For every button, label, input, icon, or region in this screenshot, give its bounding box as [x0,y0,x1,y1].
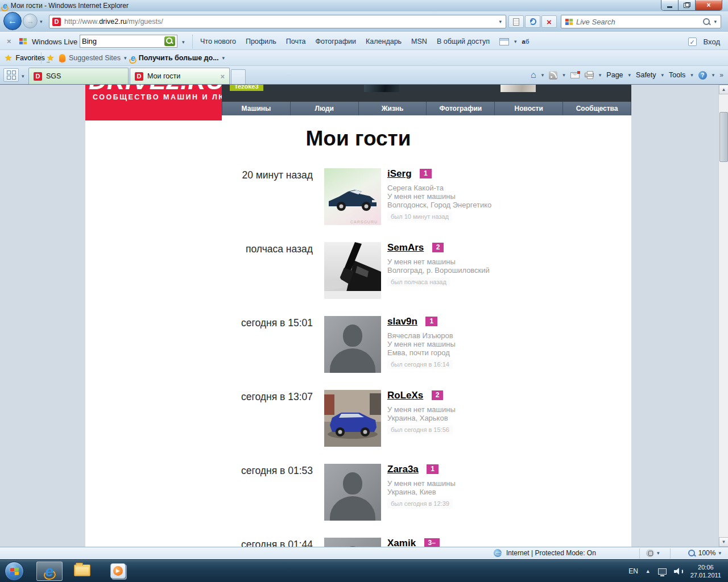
layout-icon[interactable] [499,38,509,45]
signin-check-icon[interactable] [688,38,697,46]
vertical-scrollbar[interactable]: ▲ ▼ [718,85,728,547]
taskbar-ie-button[interactable]: e [36,562,63,581]
tab-my-guests-active[interactable]: Мои гости × [130,68,230,84]
tab-close-icon[interactable]: × [220,72,225,81]
print-icon[interactable] [585,73,594,77]
tools-menu[interactable]: Tools [669,71,685,79]
scroll-down-arrow[interactable]: ▼ [719,537,728,547]
back-button[interactable]: ← [3,12,22,30]
user-chip[interactable]: Tezoke3 [230,85,263,91]
stop-button[interactable]: × [541,15,557,28]
layout-dropdown[interactable]: ▾ [514,39,517,44]
page-dropdown[interactable]: ▾ [628,72,631,78]
url-text[interactable]: http://www.drive2.ru/my/guests/ [64,18,494,26]
guest-avatar[interactable] [324,464,381,521]
page-menu[interactable]: Page [606,71,623,79]
bing-search-dropdown[interactable]: ▾ [182,39,185,45]
hidden-icons-arrow[interactable]: ▲ [646,568,651,574]
live-search-input[interactable] [576,18,700,26]
menu-profile[interactable]: Профиль [246,38,276,45]
guest-avatar[interactable] [324,538,381,547]
zoom-control[interactable]: 100% ▾ [688,549,721,557]
bing-search-input[interactable] [82,37,162,45]
scroll-up-arrow[interactable]: ▲ [719,85,728,94]
refresh-button[interactable] [525,15,540,28]
get-more-addons-button[interactable]: e Получить больше до... ▾ [131,50,225,66]
address-dropdown[interactable]: ▾ [498,19,503,24]
toolbar-overflow-chevron[interactable]: » [719,71,723,79]
nav-cars[interactable]: Машины [222,102,291,115]
bing-search-box[interactable] [80,35,177,48]
help-dropdown[interactable]: ▾ [712,72,715,78]
bing-search-button[interactable] [164,36,175,46]
protected-mode-dropdown[interactable]: ▾ [657,550,660,556]
get-more-dropdown[interactable]: ▾ [222,55,225,61]
safety-menu[interactable]: Safety [636,71,656,79]
tools-dropdown[interactable]: ▾ [690,72,693,78]
home-dropdown[interactable]: ▾ [541,72,544,78]
zoom-dropdown[interactable]: ▾ [718,550,721,556]
menu-msn[interactable]: MSN [411,38,427,45]
visit-count-badge[interactable]: 1 [420,169,432,178]
guest-username-link[interactable]: RoLeXs [387,390,423,401]
nav-people[interactable]: Люди [291,102,359,115]
feeds-icon[interactable] [549,71,557,80]
taskbar-media-player-button[interactable]: ▶ [110,563,126,579]
visit-count-badge[interactable]: 3– [424,538,440,547]
quick-tabs-button[interactable] [3,68,19,82]
suggested-sites-dropdown[interactable]: ▾ [124,55,127,61]
translate-icon[interactable]: aб [522,38,530,45]
menu-whats-new[interactable]: Что нового [200,38,236,45]
safety-dropdown[interactable]: ▾ [661,72,664,78]
menu-calendar[interactable]: Календарь [366,38,402,45]
suggested-sites-button[interactable]: Suggested Sites ▾ [59,50,127,66]
guest-username-link[interactable]: slav9n [387,316,417,327]
new-tab-stub[interactable] [231,69,246,84]
feeds-dropdown[interactable]: ▾ [562,72,565,78]
visit-count-badge[interactable]: 2 [432,243,444,252]
read-mail-icon[interactable] [570,72,580,78]
home-icon[interactable]: ⌂ [531,70,536,80]
close-button[interactable]: × [696,0,722,10]
visit-count-badge[interactable]: 2 [432,390,444,400]
nav-news[interactable]: Новости [495,102,563,115]
guest-avatar[interactable] [324,242,381,299]
minimize-button[interactable] [661,0,679,10]
scrollbar-thumb[interactable] [719,112,728,162]
protected-mode-control[interactable]: ▾ [646,549,660,557]
print-dropdown[interactable]: ▾ [599,72,602,78]
volume-icon[interactable] [674,568,683,575]
nav-communities[interactable]: Сообщества [563,102,631,115]
guest-avatar[interactable]: CARSGURU [324,168,381,225]
guest-username-link[interactable]: iSerg [387,168,412,179]
menu-photos[interactable]: Фотографии [316,38,356,45]
toolbar-close-icon[interactable]: × [7,37,11,45]
live-search-box[interactable]: ▾ [561,15,721,28]
signin-link[interactable]: Вход [704,38,720,46]
compatibility-view-button[interactable] [508,15,524,28]
search-options-dropdown[interactable]: ▾ [714,19,717,24]
nav-photos[interactable]: Фотографии [427,102,495,115]
guest-username-link[interactable]: SemArs [387,242,424,253]
recent-pages-dropdown[interactable]: ▾ [40,19,43,24]
guest-username-link[interactable]: Zara3a [387,464,419,475]
network-icon[interactable] [658,568,667,575]
restore-button[interactable] [679,0,696,10]
visit-count-badge[interactable]: 1 [427,464,439,474]
drive2-logo[interactable]: DRIVE2.RU СООБЩЕСТВО МАШИН И ЛЮДЕЙ [85,85,222,120]
add-favorite-button[interactable]: ★ [47,50,54,66]
forward-button[interactable]: → [23,14,38,28]
favorites-button[interactable]: ★ Favorites [5,50,45,66]
taskbar-explorer-button[interactable] [74,564,90,576]
menu-mail[interactable]: Почта [286,38,306,45]
tab-sgs[interactable]: SGS [28,68,129,84]
address-bar[interactable]: http://www.drive2.ru/my/guests/ ▾ [49,15,506,28]
nav-life[interactable]: Жизнь [359,102,427,115]
search-icon[interactable] [703,18,710,26]
language-indicator[interactable]: EN [628,567,638,575]
visit-count-badge[interactable]: 1 [425,317,437,326]
help-icon[interactable]: ? [698,71,707,80]
guest-avatar[interactable] [324,390,381,447]
taskbar-clock[interactable]: 20:06 27.01.2011 [690,563,723,579]
start-button[interactable] [5,562,24,581]
